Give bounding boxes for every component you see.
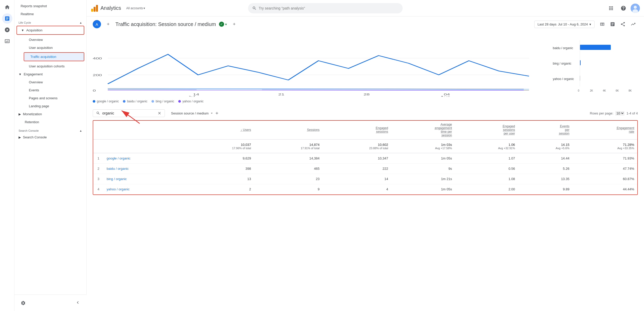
app-title: Analytics (100, 5, 121, 11)
reports-snapshot-label: Reports snapshot (21, 4, 47, 8)
svg-text:baidu / organic: baidu / organic (553, 46, 573, 50)
search-input[interactable] (259, 6, 399, 10)
home-icon[interactable] (2, 2, 12, 12)
sidebar-item-user-acquisition-cohorts[interactable]: User acquisition cohorts (14, 62, 84, 70)
search-icon (252, 6, 257, 11)
grid-icon[interactable] (606, 3, 616, 13)
svg-point-4 (634, 6, 637, 9)
search-bar[interactable] (248, 3, 403, 13)
svg-text:Jul: Jul (188, 95, 195, 97)
th-engagement-rate[interactable]: Engagementrate (572, 121, 637, 139)
ga-logo-icon (91, 4, 98, 12)
th-events-per-session[interactable]: Eventspersession (518, 121, 572, 139)
explore-icon[interactable] (2, 25, 12, 35)
help-icon[interactable] (618, 3, 629, 13)
rows-per-page: Rows per page: 10 25 50 1-4 of 4 (590, 111, 638, 115)
sidebar-footer (14, 295, 87, 311)
sidebar-item-events[interactable]: Events (14, 86, 84, 94)
trend-icon[interactable] (629, 20, 638, 29)
user-avatar-icon (631, 4, 640, 13)
settings-icon (21, 300, 26, 306)
verified-badge: ✓ ▾ (219, 22, 227, 27)
th-users[interactable]: ↓ Users (185, 121, 254, 139)
reports-icon[interactable] (2, 13, 12, 24)
add-comparison-button[interactable]: + (230, 20, 238, 28)
table-section: Session source / medium Rows per page: 1… (87, 107, 644, 201)
checkmark-icon: ✓ (219, 22, 224, 27)
search-console-section[interactable]: Search Console ▲ (14, 126, 86, 133)
sidebar-item-reports-snapshot[interactable]: Reports snapshot (14, 2, 84, 10)
svg-text:Aug: Aug (440, 95, 450, 97)
th-session-source (104, 121, 185, 139)
sidebar-item-pages-screens[interactable]: Pages and screens (14, 94, 84, 102)
analytics-logo: Analytics (91, 4, 121, 12)
th-sessions[interactable]: Sessions (254, 121, 323, 139)
pagination-label: 1-4 of 4 (626, 111, 638, 115)
svg-text:400: 400 (93, 57, 102, 60)
sidebar-item-landing-page[interactable]: Landing page (14, 102, 84, 110)
user-initial-badge[interactable]: A (93, 20, 101, 28)
svg-rect-21 (580, 45, 611, 50)
top-bar: Analytics All accounts ▾ (87, 0, 644, 16)
rows-per-page-select[interactable]: 10 25 50 (615, 111, 624, 115)
sidebar-item-monetization[interactable]: ▶ Monetization (14, 110, 86, 118)
th-avg-engagement[interactable]: Averageengagementtime persession (391, 121, 455, 139)
sidebar-item-overview[interactable]: Overview (14, 36, 84, 44)
table-toolbar: Session source / medium Rows per page: 1… (93, 109, 638, 117)
legend-bing: bing / organic (151, 100, 174, 103)
page-title-row: A + Traffic acquisition: Session source … (87, 16, 644, 31)
table-row: 4 yahoo / organic 2 9 4 1m 05s 2.00 9.89… (93, 184, 637, 194)
icon-rail (0, 0, 14, 311)
bar-chart-svg: baidu / organic bing / organic yahoo / o… (550, 35, 633, 97)
sidebar-item-retention[interactable]: Retention (14, 118, 84, 126)
advertising-icon[interactable] (2, 36, 12, 46)
sidebar-item-overview2[interactable]: Overview (14, 78, 84, 86)
table-row: 1 google / organic 9,629 14,384 10,347 1… (93, 153, 637, 164)
table-highlighted-box: ↓ Users Sessions Engagedsessions Average… (93, 120, 638, 195)
sidebar-item-acquisition[interactable]: ▼ Acquisition (17, 26, 84, 34)
svg-text:200: 200 (93, 74, 102, 77)
svg-text:bing / organic: bing / organic (553, 62, 571, 65)
acquisition-highlighted-box: ▼ Acquisition (16, 26, 84, 35)
collapse-icon (75, 300, 80, 305)
all-accounts-btn[interactable]: All accounts ▾ (126, 6, 145, 10)
svg-rect-2 (96, 5, 98, 11)
legend-baidu: baidu / organic (123, 100, 147, 103)
avatar[interactable] (631, 4, 640, 13)
svg-text:0: 0 (93, 89, 96, 92)
sidebar-item-traffic-acquisition[interactable]: Traffic acquisition (24, 53, 84, 61)
filter-input-wrap[interactable] (93, 109, 165, 117)
share-icon[interactable] (618, 20, 628, 29)
top-bar-actions (606, 3, 640, 13)
main-area: Analytics All accounts ▾ (87, 0, 644, 311)
sidebar-item-engagement[interactable]: ▼ Engagement (14, 70, 86, 78)
total-row: 10,037 17.96% of total 14,874 17.91% of … (93, 139, 637, 153)
date-range-btn[interactable]: Last 28 days Jul 10 - Aug 6, 2024 ▾ (534, 21, 595, 28)
session-source-column-header[interactable]: Session source / medium (171, 111, 219, 115)
line-chart: 0 200 400 14 Jul 21 (93, 35, 544, 103)
sidebar-item-realtime[interactable]: Realtime (14, 10, 84, 18)
settings-link[interactable] (19, 298, 28, 308)
column-dropdown-icon[interactable] (210, 111, 214, 115)
filter-search-icon (96, 111, 100, 115)
svg-text:0: 0 (578, 89, 579, 92)
sidebar-item-search-console[interactable]: ▶ Search Console (14, 133, 86, 141)
th-num (93, 121, 104, 139)
clear-filter-icon[interactable] (157, 111, 162, 115)
sidebar-collapse-btn[interactable] (73, 298, 82, 308)
add-column-icon[interactable] (215, 111, 219, 115)
svg-text:8K: 8K (629, 89, 632, 92)
add-tab-button[interactable]: + (104, 20, 112, 28)
svg-rect-0 (91, 8, 93, 11)
compare-icon[interactable] (598, 20, 607, 29)
th-engaged-sessions[interactable]: Engagedsessions (323, 121, 391, 139)
sidebar-item-user-acquisition[interactable]: User acquisition (14, 44, 84, 52)
lifecycle-section[interactable]: Life Cycle ▲ (14, 18, 86, 25)
svg-rect-1 (94, 7, 96, 12)
bar-chart: baidu / organic bing / organic yahoo / o… (550, 35, 638, 103)
toolbar-icons (598, 20, 638, 29)
insights-icon[interactable] (608, 20, 617, 29)
th-engaged-per-user[interactable]: Engagedsessionsper user (455, 121, 518, 139)
svg-text:yahoo / organic: yahoo / organic (553, 77, 574, 81)
filter-input[interactable] (102, 111, 155, 115)
